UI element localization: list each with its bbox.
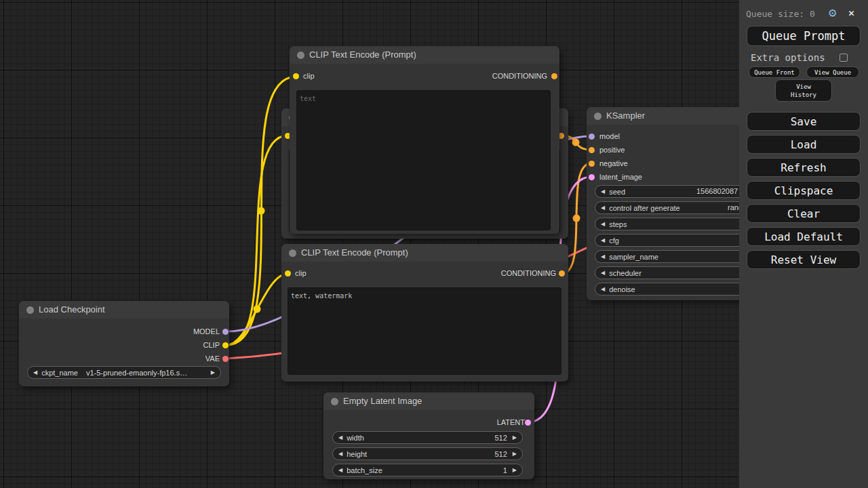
node-clip-text-encode-negative: CLIP Text Encode (Prompt) clip CONDITION… xyxy=(281,244,568,382)
conditioning-output-label: CONDITIONING xyxy=(492,72,547,80)
node-titlebar[interactable]: Empty Latent Image xyxy=(323,392,534,410)
vae-output-port[interactable] xyxy=(222,356,229,362)
widget-label: batch_size xyxy=(347,466,382,474)
latent-output-port[interactable] xyxy=(525,420,531,426)
clear-button[interactable]: Clear xyxy=(747,204,861,223)
view-history-line1: View xyxy=(796,83,811,91)
positive-input-port[interactable] xyxy=(589,147,595,153)
decrement-arrow-icon[interactable]: ◀ xyxy=(601,286,605,292)
close-icon[interactable]: ✕ xyxy=(848,7,854,19)
negative-input-port[interactable] xyxy=(589,161,595,167)
queue-prompt-button[interactable]: Queue Prompt xyxy=(747,26,861,46)
model-input-label: model xyxy=(599,132,620,140)
decrement-arrow-icon[interactable]: ◀ xyxy=(33,369,37,375)
decrement-arrow-icon[interactable]: ◀ xyxy=(601,188,605,195)
conditioning-output-port[interactable] xyxy=(559,270,565,277)
latent-image-input-port[interactable] xyxy=(589,174,595,180)
node-title: Empty Latent Image xyxy=(343,392,422,410)
decrement-arrow-icon[interactable]: ◀ xyxy=(601,221,605,227)
collapse-dot[interactable] xyxy=(297,52,304,59)
decrement-arrow-icon[interactable]: ◀ xyxy=(601,253,605,260)
decrement-arrow-icon[interactable]: ◀ xyxy=(338,434,342,441)
reset-view-button[interactable]: Reset View xyxy=(747,250,861,269)
widget-label: scheduler xyxy=(609,269,642,277)
clip-output-label: CLIP xyxy=(203,341,220,349)
view-queue-button[interactable]: View Queue xyxy=(806,66,859,78)
save-button[interactable]: Save xyxy=(747,112,861,131)
extra-options-checkbox[interactable] xyxy=(840,54,848,62)
queue-size-label: Queue size: 0 xyxy=(746,9,815,19)
node-titlebar[interactable]: CLIP Text Encode (Prompt) xyxy=(290,46,559,64)
comfyui-canvas[interactable]: CLIP Text Encode (Prompt) clip beautiful… xyxy=(0,0,868,488)
node-title: KSampler xyxy=(606,107,645,125)
increment-arrow-icon[interactable]: ▶ xyxy=(513,451,517,457)
model-output-label: MODEL xyxy=(193,327,220,336)
width-widget[interactable]: ◀ width 512 ▶ xyxy=(332,431,523,444)
collapse-dot[interactable] xyxy=(594,113,601,120)
widget-label: denoise xyxy=(609,285,635,293)
decrement-arrow-icon[interactable]: ◀ xyxy=(601,237,605,243)
node-clip-text-encode-top: CLIP Text Encode (Prompt) clip CONDITION… xyxy=(290,46,559,234)
widget-label: sampler_name xyxy=(609,253,658,261)
node-load-checkpoint: Load Checkpoint MODEL CLIP VAE ◀ ckpt_na… xyxy=(19,301,229,386)
collapse-dot[interactable] xyxy=(331,398,338,405)
view-history-line2: History xyxy=(791,91,816,99)
prompt-textarea[interactable]: text xyxy=(296,90,551,230)
increment-arrow-icon[interactable]: ▶ xyxy=(513,434,517,441)
decrement-arrow-icon[interactable]: ◀ xyxy=(601,205,605,211)
node-title: Load Checkpoint xyxy=(39,301,105,319)
load-button[interactable]: Load xyxy=(747,135,861,154)
vae-output-label: VAE xyxy=(205,354,220,363)
widget-label: width xyxy=(347,434,364,442)
latent-image-input-label: latent_image xyxy=(599,173,642,181)
widget-label: ckpt_name xyxy=(41,369,78,377)
queue-front-button[interactable]: Queue Front xyxy=(749,66,800,78)
widget-value: 512 xyxy=(494,434,507,442)
decrement-arrow-icon[interactable]: ◀ xyxy=(338,467,342,473)
node-empty-latent-image: Empty Latent Image LATENT ◀ width 512 ▶ … xyxy=(323,392,534,479)
clip-input-label: clip xyxy=(295,269,307,277)
load-default-button[interactable]: Load Default xyxy=(747,227,861,246)
decrement-arrow-icon[interactable]: ◀ xyxy=(601,270,605,276)
view-history-button[interactable]: View History xyxy=(775,79,832,102)
widget-value: v1-5-pruned-emaonly-fp16.s… xyxy=(86,369,187,377)
widget-label: control after generate xyxy=(609,204,680,212)
collapse-dot[interactable] xyxy=(26,306,34,314)
increment-arrow-icon[interactable]: ▶ xyxy=(513,467,517,473)
settings-gear-icon[interactable]: ⚙ xyxy=(829,5,836,20)
widget-label: height xyxy=(347,450,367,458)
widget-value: 1566802087 xyxy=(696,187,738,195)
clip-output-port[interactable] xyxy=(222,342,229,348)
extra-options-label: Extra options xyxy=(751,52,825,63)
latent-output-label: LATENT xyxy=(497,418,525,426)
widget-value: 512 xyxy=(494,450,507,458)
batch-size-widget[interactable]: ◀ batch_size 1 ▶ xyxy=(332,464,523,476)
widget-label: cfg xyxy=(609,237,619,245)
conditioning-output-label: CONDITIONING xyxy=(501,269,556,277)
clip-input-port[interactable] xyxy=(285,270,291,277)
widget-label: seed xyxy=(609,188,625,196)
widget-value: 1 xyxy=(503,466,507,474)
prompt-textarea[interactable]: text, watermark xyxy=(288,287,561,375)
ckpt-name-widget[interactable]: ◀ ckpt_name v1-5-pruned-emaonly-fp16.s… … xyxy=(27,366,221,379)
node-title: CLIP Text Encode (Prompt) xyxy=(309,46,416,64)
node-title: CLIP Text Encode (Prompt) xyxy=(301,244,408,262)
clip-input-label: clip xyxy=(303,72,315,80)
node-titlebar[interactable]: CLIP Text Encode (Prompt) xyxy=(281,244,568,262)
height-widget[interactable]: ◀ height 512 ▶ xyxy=(332,447,523,460)
decrement-arrow-icon[interactable]: ◀ xyxy=(338,451,342,457)
widget-label: steps xyxy=(609,220,627,228)
model-output-port[interactable] xyxy=(222,329,229,335)
clip-input-port[interactable] xyxy=(293,73,299,79)
positive-input-label: positive xyxy=(599,146,625,154)
conditioning-output-port[interactable] xyxy=(551,73,557,79)
clipspace-button[interactable]: Clipspace xyxy=(747,181,861,200)
negative-input-label: negative xyxy=(599,159,628,167)
node-titlebar[interactable]: Load Checkpoint xyxy=(19,301,229,319)
model-input-port[interactable] xyxy=(589,134,595,140)
increment-arrow-icon[interactable]: ▶ xyxy=(211,369,215,375)
collapse-dot[interactable] xyxy=(289,249,296,257)
comfy-menu: Queue size: 0 ⚙ ✕ Queue Prompt Extra opt… xyxy=(739,0,868,488)
refresh-button[interactable]: Refresh xyxy=(747,158,861,177)
